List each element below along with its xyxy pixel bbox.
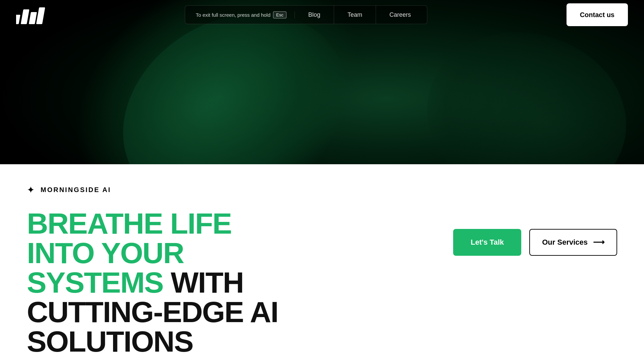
svg-rect-0 <box>16 15 20 24</box>
hero-bottom: BREATHE LIFE INTO YOUR SYSTEMS WITH CUTT… <box>27 209 617 356</box>
our-services-label: Our Services <box>542 238 588 247</box>
brand-name: MORNINGSIDE AI <box>41 186 111 194</box>
nav-center: To exit full screen, press and hold Esc … <box>185 5 427 24</box>
cta-buttons: Let's Talk Our Services ⟶ <box>453 222 617 256</box>
lets-talk-button[interactable]: Let's Talk <box>453 229 521 256</box>
svg-rect-1 <box>21 9 30 24</box>
esc-key-badge: Esc <box>273 11 286 18</box>
headline-text: BREATHE LIFE INTO YOUR SYSTEMS WITH CUTT… <box>27 209 302 356</box>
brand-star-icon: ✦ <box>27 184 35 195</box>
nav-link-team[interactable]: Team <box>334 5 376 24</box>
svg-rect-2 <box>29 12 37 24</box>
contact-button[interactable]: Contact us <box>567 3 628 26</box>
nav-link-blog[interactable]: Blog <box>295 5 334 24</box>
brand-row: ✦ MORNINGSIDE AI <box>27 184 617 195</box>
our-services-button[interactable]: Our Services ⟶ <box>529 229 617 256</box>
nav-link-careers[interactable]: Careers <box>376 5 424 24</box>
fullscreen-notice-text: To exit full screen, press and hold <box>196 12 271 18</box>
hero-section: To exit full screen, press and hold Esc … <box>0 0 644 164</box>
svg-rect-3 <box>36 7 45 24</box>
nav-links: Blog Team Careers <box>295 5 424 24</box>
arrow-right-icon: ⟶ <box>593 238 604 247</box>
content-section: ✦ MORNINGSIDE AI BREATHE LIFE INTO YOUR … <box>0 164 644 362</box>
logo-icon <box>16 5 46 25</box>
navbar: To exit full screen, press and hold Esc … <box>0 0 644 29</box>
headline: BREATHE LIFE INTO YOUR SYSTEMS WITH CUTT… <box>27 209 302 356</box>
fullscreen-notice: To exit full screen, press and hold Esc <box>188 11 295 18</box>
logo[interactable] <box>16 5 46 25</box>
